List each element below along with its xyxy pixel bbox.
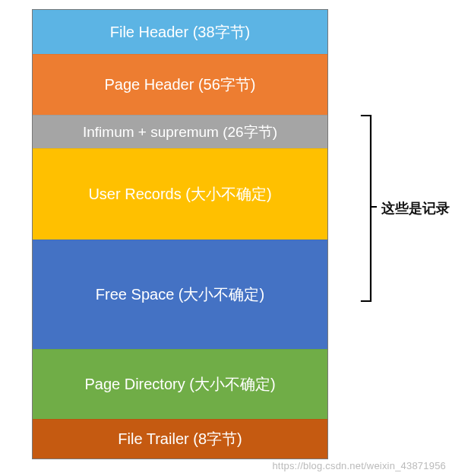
- segment-user-records: User Records (大小不确定): [33, 148, 327, 240]
- segment-user-records-label: User Records (大小不确定): [88, 184, 271, 205]
- segment-file-header-label: File Header (38字节): [110, 22, 251, 43]
- segment-file-trailer: File Trailer (8字节): [33, 419, 327, 459]
- brace-icon: [360, 114, 377, 303]
- segment-free-space: Free Space (大小不确定): [33, 240, 327, 349]
- records-annotation-label: 这些是记录: [381, 199, 450, 217]
- segment-infimum-supremum: Infimum + supremum (26字节): [33, 115, 327, 148]
- segment-infimum-supremum-label: Infimum + supremum (26字节): [83, 122, 277, 142]
- page-structure-stack: File Header (38字节) Page Header (56字节) In…: [32, 9, 328, 459]
- segment-file-header: File Header (38字节): [33, 10, 327, 54]
- records-annotation: 这些是记录: [360, 114, 452, 303]
- segment-file-trailer-label: File Trailer (8字节): [118, 429, 242, 449]
- segment-free-space-label: Free Space (大小不确定): [96, 284, 264, 305]
- diagram-stage: File Header (38字节) Page Header (56字节) In…: [32, 9, 428, 464]
- segment-page-directory-label: Page Directory (大小不确定): [84, 374, 275, 395]
- segment-page-header-label: Page Header (56字节): [105, 75, 256, 95]
- segment-page-header: Page Header (56字节): [33, 54, 327, 115]
- segment-page-directory: Page Directory (大小不确定): [33, 349, 327, 419]
